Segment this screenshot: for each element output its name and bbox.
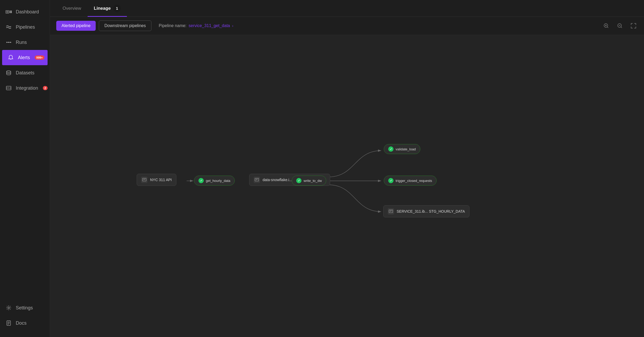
pipeline-canvas[interactable]: NYC 311 API get_hourly_data data-snowfla… <box>50 35 644 337</box>
svg-point-5 <box>8 42 9 43</box>
tabs-bar: Overview Lineage 1 <box>50 0 644 17</box>
sidebar-item-runs-label: Runs <box>16 40 27 45</box>
bell-icon <box>7 54 14 61</box>
green-check-validate <box>388 146 393 152</box>
runs-icon <box>5 39 12 46</box>
sidebar-item-datasets-label: Datasets <box>16 70 34 76</box>
sidebar-item-alerts-label: Alerts <box>18 55 30 60</box>
tab-overview-label: Overview <box>63 6 81 11</box>
pipeline-icon <box>5 24 12 30</box>
node-nyc-311-api[interactable]: NYC 311 API <box>137 174 176 186</box>
sidebar: Dashboard Pipelines Runs <box>0 0 50 337</box>
sidebar-item-integration-label: Integration <box>16 85 38 91</box>
sidebar-item-datasets[interactable]: Datasets <box>0 65 50 80</box>
node-get-hourly-data[interactable]: get_hourly_data <box>194 176 235 186</box>
tab-lineage[interactable]: Lineage 1 <box>88 0 127 17</box>
grid-icon <box>5 8 12 15</box>
sidebar-item-runs[interactable]: Runs <box>0 35 50 50</box>
node-service311-label: SERVICE_311.ib... STG_HOURLY_DATA <box>397 209 465 213</box>
sidebar-item-pipelines[interactable]: Pipelines <box>0 19 50 35</box>
lineage-badge: 1 <box>113 5 121 12</box>
integration-badge: 2 <box>43 86 48 90</box>
node-icon-snowflake <box>254 177 260 183</box>
connections-svg <box>50 35 644 337</box>
svg-rect-1 <box>11 11 12 12</box>
fullscreen-button[interactable] <box>629 22 638 30</box>
svg-point-4 <box>6 42 7 43</box>
node-validate-label: validate_load <box>396 147 416 151</box>
pipeline-name-value[interactable]: service_311_get_data <box>189 23 230 28</box>
sidebar-item-docs[interactable]: Docs <box>0 315 50 331</box>
node-trigger-label: trigger_closed_requests <box>396 179 432 183</box>
svg-point-7 <box>7 71 11 72</box>
tab-overview[interactable]: Overview <box>56 0 88 17</box>
db-icon <box>5 69 12 76</box>
sidebar-item-settings[interactable]: Settings <box>0 300 50 315</box>
node-icon-nyc <box>141 177 147 183</box>
main-content: Overview Lineage 1 Alerted pipeline Down… <box>50 0 644 337</box>
alerted-pipeline-button[interactable]: Alerted pipeline <box>56 21 96 31</box>
toolbar-icons <box>602 22 638 30</box>
sidebar-item-dashboard[interactable]: Dashboard <box>0 4 50 19</box>
pipeline-name-display: Pipeline name: service_311_get_data › <box>159 23 233 28</box>
toolbar: Alerted pipeline Downstream pipelines Pi… <box>50 17 644 35</box>
svg-rect-0 <box>9 11 11 12</box>
node-get-hourly-label: get_hourly_data <box>206 179 230 183</box>
node-write-dw-label: write_to_dw <box>304 179 322 183</box>
node-icon-service311 <box>388 208 394 215</box>
node-validate-load[interactable]: validate_load <box>384 144 420 154</box>
sidebar-item-integration[interactable]: Integration 2 <box>0 80 50 96</box>
sidebar-item-alerts[interactable]: Alerts 999+ <box>2 50 48 65</box>
downstream-pipelines-button[interactable]: Downstream pipelines <box>99 21 151 31</box>
node-write-to-dw[interactable]: write_to_dw <box>292 176 326 186</box>
svg-point-9 <box>8 307 9 309</box>
pipeline-name-label: Pipeline name: <box>159 23 187 28</box>
sidebar-item-docs-label: Docs <box>16 320 27 326</box>
svg-rect-3 <box>11 12 12 13</box>
alerts-badge: 999+ <box>35 55 44 60</box>
node-service-311[interactable]: SERVICE_311.ib... STG_HOURLY_DATA <box>383 205 469 217</box>
settings-icon <box>5 304 12 311</box>
docs-icon <box>5 320 12 326</box>
zoom-out-button[interactable] <box>616 22 624 30</box>
svg-rect-2 <box>9 12 11 13</box>
sidebar-item-pipelines-label: Pipelines <box>16 24 35 30</box>
sidebar-item-dashboard-label: Dashboard <box>16 9 39 15</box>
green-check-write-dw <box>296 178 301 183</box>
node-trigger-closed[interactable]: trigger_closed_requests <box>384 176 437 186</box>
integration-icon <box>5 85 12 91</box>
tab-lineage-label: Lineage <box>94 6 111 11</box>
green-check-trigger <box>388 178 393 183</box>
node-nyc-label: NYC 311 API <box>150 178 172 182</box>
green-check-get-hourly <box>198 178 204 183</box>
zoom-in-button[interactable] <box>602 22 610 30</box>
sidebar-item-settings-label: Settings <box>16 305 33 311</box>
chevron-right-icon: › <box>232 24 233 28</box>
